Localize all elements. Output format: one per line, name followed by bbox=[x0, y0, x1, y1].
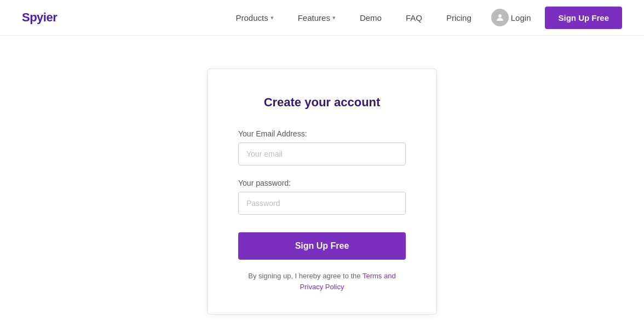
chevron-down-icon: ▾ bbox=[332, 14, 336, 21]
card-title: Create your account bbox=[238, 95, 406, 110]
email-group: Your Email Address: bbox=[238, 129, 406, 165]
nav-item-pricing[interactable]: Pricing bbox=[436, 9, 481, 27]
header-signup-button[interactable]: Sign Up Free bbox=[545, 7, 622, 29]
nav-item-products[interactable]: Products ▾ bbox=[226, 9, 283, 27]
email-input[interactable] bbox=[238, 142, 406, 165]
password-input[interactable] bbox=[238, 192, 406, 215]
nav-item-faq[interactable]: FAQ bbox=[396, 9, 432, 27]
header: Spyier Products ▾ Features ▾ Demo FAQ Pr… bbox=[0, 0, 644, 36]
main-signup-button[interactable]: Sign Up Free bbox=[238, 232, 406, 260]
nav-item-features[interactable]: Features ▾ bbox=[288, 9, 346, 27]
password-group: Your password: bbox=[238, 179, 406, 215]
nav-item-demo[interactable]: Demo bbox=[350, 9, 392, 27]
login-button[interactable]: Login bbox=[486, 4, 537, 31]
signup-card: Create your account Your Email Address: … bbox=[207, 68, 437, 314]
brand-logo[interactable]: Spyier bbox=[22, 10, 57, 25]
svg-point-0 bbox=[498, 14, 502, 18]
password-label: Your password: bbox=[238, 179, 406, 187]
main-nav: Products ▾ Features ▾ Demo FAQ Pricing L… bbox=[226, 4, 622, 31]
user-avatar-icon bbox=[491, 9, 509, 26]
email-label: Your Email Address: bbox=[238, 129, 406, 138]
main-content: Create your account Your Email Address: … bbox=[0, 36, 644, 326]
terms-text: By signing up, I hereby agree to the Ter… bbox=[238, 271, 406, 292]
chevron-down-icon: ▾ bbox=[271, 14, 274, 21]
